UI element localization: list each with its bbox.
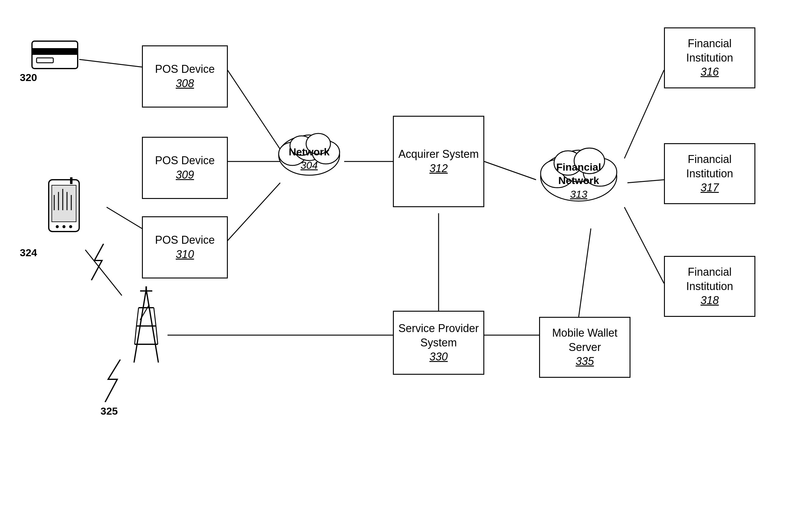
credit-card-icon (30, 36, 79, 71)
svg-line-3 (228, 183, 280, 241)
svg-line-12 (579, 228, 591, 317)
pos-device-308: POS Device 308 (142, 46, 228, 108)
svg-rect-17 (32, 48, 78, 55)
financial-institution-318: Financial Institution 318 (664, 256, 755, 317)
svg-line-4 (107, 207, 142, 228)
pos-device-310: POS Device 310 (142, 216, 228, 279)
svg-line-0 (79, 59, 142, 67)
svg-line-38 (156, 326, 158, 344)
acquirer-system-312: Acquirer System 312 (393, 116, 484, 207)
svg-rect-21 (70, 177, 72, 184)
svg-line-6 (484, 162, 536, 180)
lightning-bolt-1 (88, 244, 113, 282)
network-304: Network 304 (274, 119, 344, 180)
label-320: 320 (20, 72, 37, 83)
svg-line-37 (135, 326, 137, 344)
label-324: 324 (20, 247, 37, 259)
svg-rect-20 (52, 185, 76, 222)
financial-institution-316: Financial Institution 316 (664, 27, 755, 88)
svg-line-7 (625, 70, 664, 159)
svg-line-35 (137, 308, 139, 326)
mobile-phone-icon (39, 177, 88, 245)
lightning-bolt-2 (100, 360, 131, 403)
svg-point-24 (69, 225, 72, 228)
svg-point-22 (56, 225, 59, 228)
service-provider-330: Service Provider System 330 (393, 311, 484, 375)
financial-institution-317: Financial Institution 317 (664, 143, 755, 204)
pos-device-309: POS Device 309 (142, 137, 228, 199)
svg-line-36 (154, 308, 156, 326)
mobile-wallet-335: Mobile Wallet Server 335 (539, 317, 631, 378)
svg-line-9 (625, 207, 664, 283)
svg-line-8 (628, 180, 664, 183)
cell-tower-icon (119, 286, 174, 367)
svg-point-23 (62, 225, 65, 228)
svg-line-1 (228, 70, 280, 149)
label-325: 325 (100, 405, 118, 417)
financial-network-313: Financial Network 313 (536, 131, 621, 207)
